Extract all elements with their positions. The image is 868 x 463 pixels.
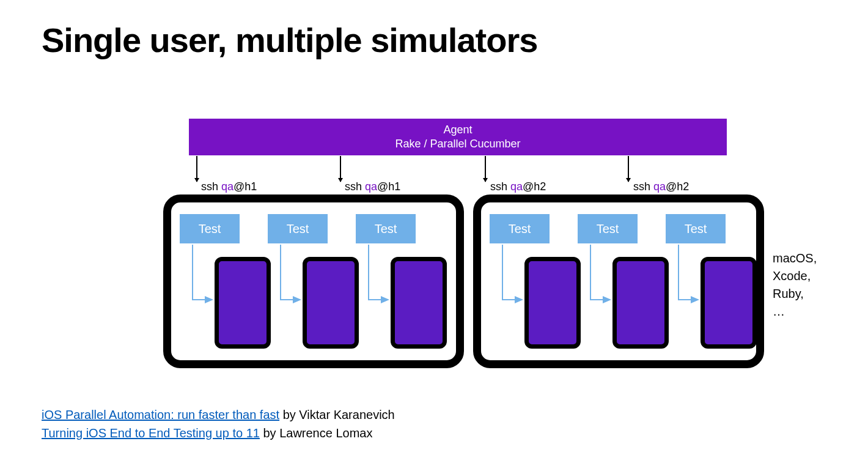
arrow-down-4 <box>628 156 629 182</box>
references: iOS Parallel Automation: run faster than… <box>42 406 395 442</box>
ssh-label-1: ssh qa@h1 <box>201 180 257 193</box>
arrow-down-3 <box>485 156 486 182</box>
reference-byline-1: by Viktar Karanevich <box>279 408 395 421</box>
test-box-3: Test <box>356 214 416 243</box>
reference-link-1[interactable]: iOS Parallel Automation: run faster than… <box>42 408 279 421</box>
ssh-label-3: ssh qa@h2 <box>490 180 546 193</box>
agent-line2: Rake / Parallel Cucumber <box>395 137 520 151</box>
test-box-1: Test <box>180 214 240 243</box>
ssh-label-4: ssh qa@h2 <box>633 180 689 193</box>
agent-box: Agent Rake / Parallel Cucumber <box>189 119 727 155</box>
reference-link-2[interactable]: Turning iOS End to End Testing up to 11 <box>42 426 260 440</box>
test-box-6: Test <box>666 214 726 243</box>
agent-line1: Agent <box>443 123 472 137</box>
phone-2 <box>303 257 359 349</box>
phone-4 <box>524 257 581 349</box>
env-stack-label: macOS, Xcode, Ruby, … <box>773 250 817 320</box>
phone-1 <box>215 257 271 349</box>
arrow-down-1 <box>196 156 197 182</box>
test-box-4: Test <box>490 214 550 243</box>
phone-6 <box>701 257 757 349</box>
arrow-down-2 <box>340 156 341 182</box>
ssh-label-2: ssh qa@h1 <box>345 180 400 193</box>
reference-byline-2: by Lawrence Lomax <box>260 426 373 440</box>
test-box-2: Test <box>268 214 328 243</box>
test-box-5: Test <box>578 214 638 243</box>
phone-3 <box>391 257 447 349</box>
slide-title: Single user, multiple simulators <box>42 20 537 60</box>
phone-5 <box>612 257 669 349</box>
